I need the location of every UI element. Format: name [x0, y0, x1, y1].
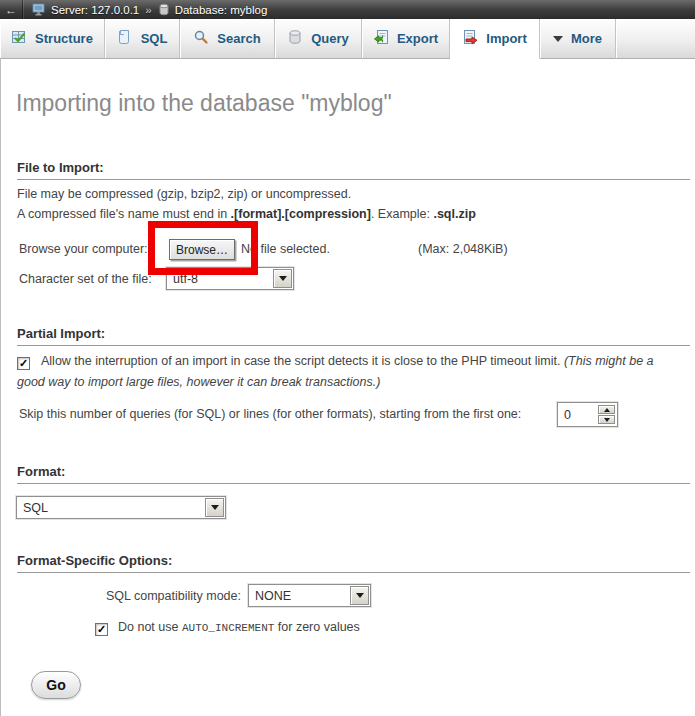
allow-interruption-label: Allow the interruption of an import in c…: [41, 354, 564, 368]
tab-label: SQL: [141, 31, 168, 46]
stepper-up-button[interactable]: [598, 405, 615, 414]
allow-interruption-checkbox[interactable]: ✓: [17, 357, 30, 370]
tab-query[interactable]: Query: [275, 19, 362, 59]
server-icon: [32, 3, 46, 16]
format-select-value: SQL: [17, 501, 204, 515]
back-arrow-icon[interactable]: ←: [0, 0, 23, 19]
sql-compatibility-value: NONE: [249, 589, 349, 603]
auto-increment-row: ✓Do not use AUTO_INCREMENT for zero valu…: [95, 620, 360, 636]
tab-label: Import: [486, 31, 526, 46]
tab-import[interactable]: Import: [450, 19, 540, 59]
charset-select[interactable]: utf-8: [166, 267, 294, 290]
phpmyadmin-import-page: ← Server: 127.0.0.1 » Database: myblog: [0, 0, 695, 716]
content-area: Importing into the database "myblog" Fil…: [0, 59, 695, 716]
naming-note-pattern: .[format].[compression]: [231, 207, 371, 221]
dropdown-arrow-icon[interactable]: [273, 269, 292, 288]
compression-note-line1: File may be compressed (gzip, bzip2, zip…: [17, 187, 351, 201]
stepper-down-button[interactable]: [598, 415, 615, 424]
skip-queries-label: Skip this number of queries (for SQL) or…: [19, 407, 521, 421]
chevron-down-icon: [553, 36, 563, 42]
import-icon: [462, 29, 478, 48]
auto-increment-label-suffix: for zero values: [274, 620, 359, 634]
structure-icon: [11, 29, 27, 48]
tab-label: Query: [311, 31, 349, 46]
breadcrumb: Server: 127.0.0.1 » Database: myblog: [32, 3, 267, 16]
naming-note-mid: . Example:: [371, 207, 434, 221]
tab-label: Structure: [35, 31, 93, 46]
tab-label: Export: [397, 31, 438, 46]
tab-sql[interactable]: SQL: [105, 19, 180, 59]
browse-label: Browse your computer:: [19, 242, 148, 256]
allow-interruption-row: ✓Allow the interruption of an import in …: [17, 351, 681, 393]
browse-button[interactable]: Browse…: [169, 239, 235, 260]
tab-search[interactable]: Search: [180, 19, 275, 59]
dropdown-arrow-icon[interactable]: [350, 586, 369, 605]
sql-icon: [117, 29, 133, 48]
tab-export[interactable]: Export: [362, 19, 450, 59]
max-size-text: (Max: 2,048KiB): [418, 242, 508, 256]
section-heading-file-to-import: File to Import:: [17, 160, 690, 180]
export-icon: [373, 29, 389, 48]
tab-structure[interactable]: Structure: [0, 19, 105, 59]
stepper-buttons: [598, 405, 615, 424]
skip-queries-value: 0: [558, 408, 598, 422]
page-title: Importing into the database "myblog": [16, 90, 392, 117]
tab-more[interactable]: More: [540, 19, 616, 59]
compression-note: File may be compressed (gzip, bzip2, zip…: [17, 184, 476, 224]
dropdown-arrow-icon[interactable]: [205, 498, 224, 517]
section-heading-format-options: Format-Specific Options:: [17, 553, 690, 573]
naming-note-example: .sql.zip: [433, 207, 475, 221]
tab-label: Search: [217, 31, 260, 46]
section-heading-format: Format:: [17, 464, 690, 484]
format-select[interactable]: SQL: [16, 496, 226, 519]
tab-label: More: [571, 31, 602, 46]
skip-queries-stepper[interactable]: 0: [557, 402, 618, 427]
sql-compatibility-select[interactable]: NONE: [248, 584, 371, 607]
naming-note-prefix: A compressed file's name must end in: [17, 207, 231, 221]
search-icon: [193, 29, 209, 48]
breadcrumb-separator: »: [145, 4, 151, 16]
breadcrumb-database-link[interactable]: Database: myblog: [175, 4, 268, 16]
breadcrumb-bar: ← Server: 127.0.0.1 » Database: myblog: [0, 0, 695, 19]
charset-label: Character set of the file:: [19, 272, 152, 286]
no-file-selected-text: No file selected.: [241, 242, 330, 256]
auto-increment-label-prefix: Do not use: [118, 620, 182, 634]
section-heading-partial-import: Partial Import:: [17, 326, 690, 346]
tab-bar-filler: [616, 19, 695, 59]
go-button[interactable]: Go: [31, 671, 81, 699]
sql-compatibility-label: SQL compatibility mode:: [1, 589, 241, 603]
query-icon: [287, 29, 303, 48]
tab-bar: Structure SQL Search: [0, 19, 695, 59]
auto-increment-code: AUTO_INCREMENT: [182, 622, 274, 634]
auto-increment-checkbox[interactable]: ✓: [95, 623, 108, 636]
database-icon: [158, 3, 170, 16]
breadcrumb-server-link[interactable]: Server: 127.0.0.1: [51, 4, 139, 16]
charset-select-value: utf-8: [167, 272, 272, 286]
